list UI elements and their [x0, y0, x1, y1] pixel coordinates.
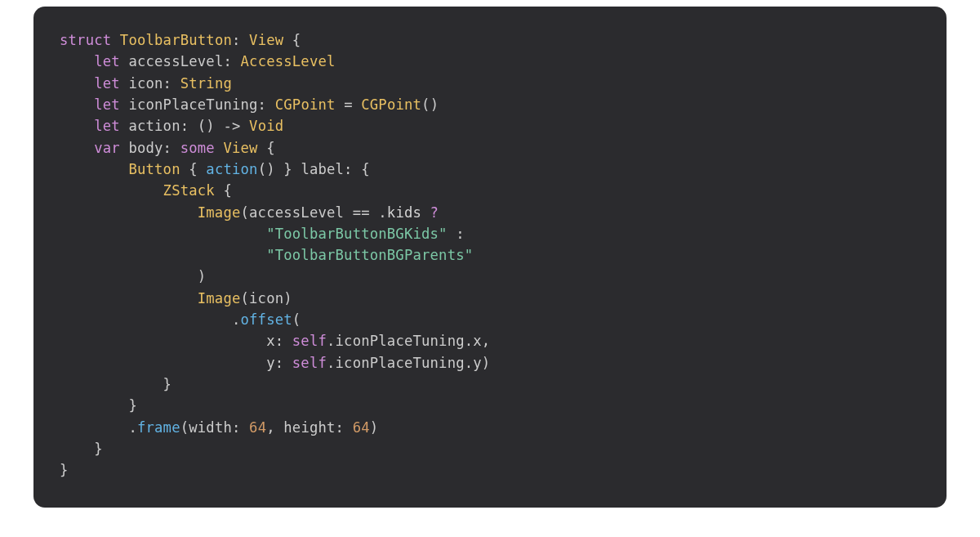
code-token: Image	[198, 290, 241, 307]
code-token	[60, 290, 198, 307]
code-token: "ToolbarButtonBGParents"	[266, 247, 473, 263]
code-token	[60, 53, 94, 69]
code-token: .iconPlaceTuning.y)	[327, 355, 490, 371]
code-token: some	[180, 140, 215, 156]
code-token: :	[232, 32, 249, 48]
code-token: let	[94, 96, 120, 113]
code-token: accessLevel:	[120, 53, 241, 69]
code-token: y:	[60, 355, 292, 371]
code-token: 64	[353, 419, 370, 436]
code-token: ToolbarButton	[120, 32, 232, 48]
code-token: ZStack	[163, 182, 215, 199]
code-token: :	[448, 226, 465, 242]
code-token	[60, 75, 94, 92]
code-token: =	[336, 96, 362, 113]
code-token: body:	[120, 140, 180, 156]
code-token: (icon)	[241, 290, 292, 307]
code-token	[215, 140, 224, 156]
code-token: "ToolbarButtonBGKids"	[266, 226, 448, 242]
code-token: () } label: {	[258, 161, 370, 177]
code-token	[241, 118, 250, 134]
code-token: .	[60, 311, 241, 328]
code-token: (	[292, 311, 301, 328]
code-token: ?	[430, 204, 439, 221]
code-token	[60, 247, 266, 263]
code-token: kids	[387, 204, 421, 221]
code-token	[60, 204, 198, 221]
code-token: self	[292, 355, 327, 371]
code-token	[60, 226, 266, 242]
code-token: icon:	[120, 75, 180, 92]
code-token	[111, 32, 120, 48]
code-token: View	[249, 32, 283, 48]
code-token: x:	[60, 333, 292, 349]
code-content: struct ToolbarButton: View { let accessL…	[60, 29, 920, 481]
code-token: ->	[223, 118, 240, 134]
code-token	[60, 96, 94, 113]
code-token	[60, 161, 128, 177]
code-token: iconPlaceTuning:	[120, 96, 275, 113]
code-token: self	[292, 333, 327, 349]
code-token: let	[94, 53, 120, 69]
code-token: (accessLevel == .	[241, 204, 387, 221]
code-token: }	[60, 441, 103, 457]
code-token	[421, 204, 430, 221]
code-token: AccessLevel	[241, 53, 336, 69]
code-token: {	[215, 182, 232, 199]
code-token: {	[180, 161, 207, 177]
code-token: (width:	[180, 419, 249, 436]
code-token: .	[60, 419, 137, 436]
code-token: offset	[241, 311, 292, 328]
code-token: let	[94, 75, 120, 92]
code-token: CGPoint	[275, 96, 336, 113]
code-token: action	[206, 161, 257, 177]
code-token: .iconPlaceTuning.x,	[327, 333, 490, 349]
code-token: CGPoint	[361, 96, 421, 113]
code-token: Void	[249, 118, 283, 134]
code-token: {	[258, 140, 275, 156]
code-token: String	[180, 75, 232, 92]
code-token: action: ()	[120, 118, 224, 134]
code-token: frame	[137, 419, 180, 436]
code-block: struct ToolbarButton: View { let accessL…	[33, 7, 947, 508]
code-token: , height:	[266, 419, 352, 436]
code-token: Image	[198, 204, 241, 221]
code-token: var	[94, 140, 120, 156]
code-token: Button	[128, 161, 180, 177]
code-token: let	[94, 118, 120, 134]
code-token: struct	[60, 32, 111, 48]
code-token: }	[60, 376, 172, 392]
code-token	[60, 140, 94, 156]
code-token	[60, 118, 94, 134]
code-token: View	[223, 140, 257, 156]
code-token: )	[370, 419, 379, 436]
code-token: }	[60, 397, 137, 414]
code-token: {	[283, 32, 301, 48]
code-token: }	[60, 462, 69, 478]
code-token: ()	[421, 96, 439, 113]
code-token: )	[60, 268, 206, 284]
code-token: 64	[249, 419, 266, 436]
code-token	[60, 182, 163, 199]
